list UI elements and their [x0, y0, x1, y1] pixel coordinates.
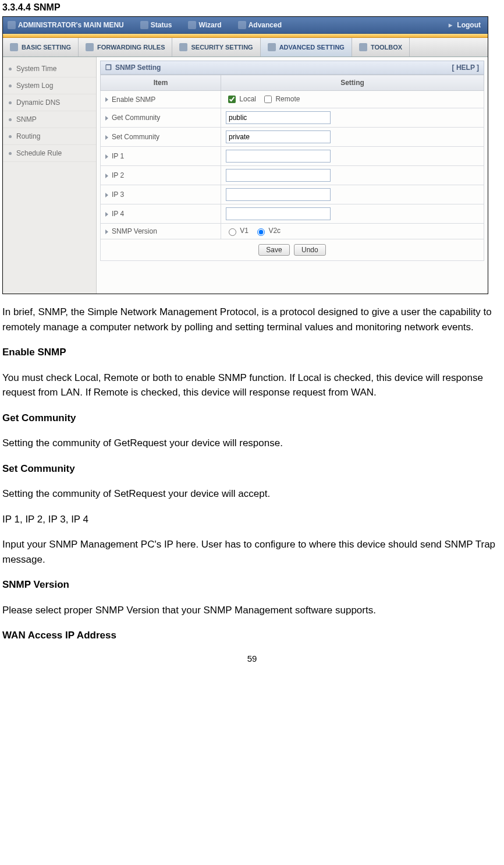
row-label-ip1: IP 1 [112, 152, 124, 160]
paragraph: Input your SNMP Management PC's IP here.… [2, 537, 502, 567]
sidebar-item-routing[interactable]: Routing [3, 128, 96, 145]
sidebar-item-label: System Log [16, 82, 53, 90]
row-label-snmp-version: SNMP Version [112, 227, 157, 235]
settings-table: Item Setting Enable SNMP Local Remote Ge… [100, 75, 484, 239]
tab-forwarding-label: FORWARDING RULES [97, 44, 165, 51]
paragraph: Setting the community of SetRequest your… [2, 486, 502, 502]
sidebar-item-schedule-rule[interactable]: Schedule Rule [3, 145, 96, 162]
panel-header: ❐ SNMP Setting [ HELP ] [100, 61, 484, 75]
advanced-icon [238, 21, 246, 29]
menu-icon [8, 21, 16, 29]
input-ip2[interactable] [226, 169, 331, 182]
document-body: In brief, SNMP, the Simple Network Manag… [2, 305, 502, 643]
nav-logout-label: Logout [457, 21, 481, 29]
tab-bar: BASIC SETTING FORWARDING RULES SECURITY … [3, 38, 488, 57]
save-button[interactable]: Save [258, 244, 289, 256]
sidebar-item-snmp[interactable]: SNMP [3, 111, 96, 128]
arrow-icon [105, 212, 108, 217]
tab-advanced-setting[interactable]: ADVANCED SETTING [261, 38, 352, 57]
radio-v1[interactable] [229, 228, 236, 236]
sidebar-item-system-time[interactable]: System Time [3, 61, 96, 77]
top-menu-bar: ADMINISTRATOR's MAIN MENU Status Wizard … [3, 17, 488, 34]
sidebar-item-dynamic-dns[interactable]: Dynamic DNS [3, 94, 96, 111]
sidebar-item-label: Schedule Rule [16, 149, 62, 157]
subheading-snmp-version: SNMP Version [2, 577, 502, 592]
section-heading: 3.3.4.4 SNMP [2, 2, 502, 13]
tab-toolbox-label: TOOLBOX [371, 44, 402, 51]
window-icon: ❐ [105, 63, 112, 72]
arrow-icon [105, 193, 108, 197]
sidebar-item-label: Dynamic DNS [16, 98, 60, 107]
button-row: Save Undo [100, 239, 484, 261]
arrow-icon [105, 116, 108, 121]
tab-advanced-label: ADVANCED SETTING [279, 44, 345, 51]
bullet-icon [9, 84, 12, 87]
checkbox-local[interactable] [228, 96, 236, 103]
nav-advanced[interactable]: Advanced [238, 21, 282, 29]
paragraph: IP 1, IP 2, IP 3, IP 4 [2, 512, 502, 527]
sidebar-item-system-log[interactable]: System Log [3, 77, 96, 94]
arrow-icon [105, 97, 108, 102]
col-item: Item [101, 75, 221, 91]
main-menu-label[interactable]: ADMINISTRATOR's MAIN MENU [8, 21, 124, 29]
sidebar: System Time System Log Dynamic DNS SNMP … [3, 57, 97, 294]
page-number: 59 [2, 654, 502, 663]
forwarding-icon [86, 43, 94, 51]
nav-advanced-label: Advanced [249, 21, 282, 29]
label-remote: Remote [275, 95, 300, 103]
main-menu-text: ADMINISTRATOR's MAIN MENU [18, 21, 124, 29]
input-ip3[interactable] [226, 188, 331, 201]
arrow-icon [105, 174, 108, 178]
subheading-get-community: Get Community [2, 411, 502, 426]
accent-stripe [3, 34, 488, 38]
row-label-ip3: IP 3 [112, 190, 124, 199]
row-label-enable-snmp: Enable SNMP [112, 96, 155, 104]
nav-wizard-label: Wizard [198, 21, 221, 29]
router-admin-screenshot: ADMINISTRATOR's MAIN MENU Status Wizard … [2, 16, 488, 294]
radio-v2c[interactable] [257, 228, 265, 236]
checkbox-remote[interactable] [264, 96, 272, 103]
sidebar-item-label: SNMP [16, 115, 37, 123]
paragraph: You must check Local, Remote or both to … [2, 370, 502, 400]
paragraph: In brief, SNMP, the Simple Network Manag… [2, 305, 502, 334]
tab-basic-setting[interactable]: BASIC SETTING [3, 38, 79, 57]
arrow-icon [105, 135, 108, 140]
paragraph: Setting the community of GetRequest your… [2, 436, 502, 451]
row-label-ip2: IP 2 [112, 171, 124, 179]
input-ip1[interactable] [226, 150, 331, 163]
advanced-tab-icon [268, 43, 276, 51]
bullet-icon [9, 68, 12, 70]
chevron-right-icon: ▸ [449, 21, 452, 29]
label-v2c: V2c [268, 227, 281, 235]
toolbox-icon [359, 43, 367, 51]
help-link[interactable]: [ HELP ] [452, 63, 479, 72]
bullet-icon [9, 152, 12, 155]
bullet-icon [9, 101, 12, 104]
nav-wizard[interactable]: Wizard [188, 21, 221, 29]
panel-title: SNMP Setting [115, 63, 161, 72]
arrow-icon [105, 230, 108, 234]
nav-logout[interactable]: ▸ Logout [449, 21, 481, 29]
undo-button[interactable]: Undo [294, 244, 326, 256]
tab-basic-label: BASIC SETTING [22, 44, 71, 51]
input-get-community[interactable] [226, 111, 331, 124]
row-label-set-community: Set Community [112, 133, 159, 141]
tab-security-setting[interactable]: SECURITY SETTING [172, 38, 260, 57]
input-set-community[interactable] [226, 130, 331, 143]
content-panel: ❐ SNMP Setting [ HELP ] Item Setting Ena… [97, 57, 488, 294]
label-v1: V1 [240, 227, 249, 235]
row-label-get-community: Get Community [112, 114, 160, 122]
subheading-enable-snmp: Enable SNMP [2, 345, 502, 360]
tab-forwarding-rules[interactable]: FORWARDING RULES [79, 38, 173, 57]
subheading-wan-access: WAN Access IP Address [2, 628, 502, 643]
nav-status[interactable]: Status [140, 21, 172, 29]
tab-security-label: SECURITY SETTING [191, 44, 253, 51]
bullet-icon [9, 118, 12, 121]
subheading-set-community: Set Community [2, 461, 502, 476]
input-ip4[interactable] [226, 207, 331, 220]
sidebar-item-label: Routing [16, 132, 40, 140]
bullet-icon [9, 135, 12, 138]
tab-toolbox[interactable]: TOOLBOX [352, 38, 410, 57]
label-local: Local [239, 95, 256, 103]
col-setting: Setting [221, 75, 484, 91]
